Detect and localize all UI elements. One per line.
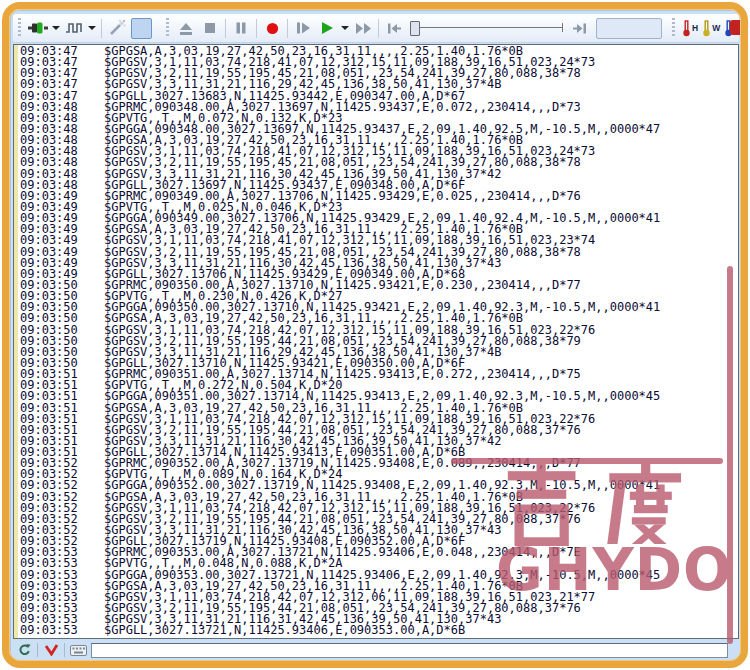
- toolbar-separator: [225, 19, 226, 38]
- toolbar-separator: [101, 19, 102, 38]
- log-time: 09:03:53: [20, 625, 104, 636]
- play-icon: [320, 21, 334, 35]
- eject-icon: [178, 21, 194, 36]
- clipped-red-icon[interactable]: [730, 20, 742, 35]
- baudrate-button[interactable]: [62, 16, 86, 40]
- nmea-console[interactable]: 09:03:47$GPGSA,A,3,03,19,27,42,50,23,16,…: [13, 44, 739, 639]
- pause-icon: [234, 21, 248, 35]
- autoconfig-button[interactable]: [105, 16, 129, 40]
- thermometer-hot-icon: [682, 20, 691, 37]
- validate-button[interactable]: [42, 642, 60, 658]
- warmstart-label: W: [712, 23, 720, 33]
- fast-forward-icon: [355, 22, 372, 35]
- toolbar-drag-handle[interactable]: [166, 18, 169, 38]
- fast-forward-button[interactable]: [351, 16, 375, 40]
- toolbar-drag-handle[interactable]: [18, 18, 21, 38]
- toolbar-separator: [256, 19, 257, 38]
- statusbar-separator: [37, 643, 38, 657]
- console-lines: 09:03:47$GPGSA,A,3,03,19,27,42,50,23,16,…: [20, 46, 738, 638]
- keyboard-button[interactable]: [69, 642, 87, 658]
- baudrate-dropdown-chevron[interactable]: [88, 26, 96, 30]
- skip-to-start-button[interactable]: [382, 16, 406, 40]
- square-wave-icon: [65, 21, 83, 35]
- warmstart-button[interactable]: W: [702, 17, 720, 39]
- empty-toggle-button[interactable]: [131, 18, 152, 39]
- hotstart-button[interactable]: H: [682, 17, 698, 39]
- slider-track: [412, 27, 562, 28]
- eject-button[interactable]: [174, 16, 198, 40]
- statusbar-separator: [64, 643, 65, 657]
- main-toolbar: H W C: [13, 14, 739, 43]
- slider-thumb[interactable]: [410, 21, 420, 36]
- magic-wand-icon: [108, 19, 126, 37]
- app-window: H W C 09:03:47$GPGSA,A,3,03,19,27,42,50,…: [10, 10, 742, 662]
- slider-end-tick: [562, 23, 563, 32]
- connect-button[interactable]: [26, 16, 50, 40]
- pause-button[interactable]: [229, 16, 253, 40]
- log-sentence: $GPGLL,3027.13721,N,11425.93406,E,090353…: [104, 625, 465, 636]
- play-dropdown-chevron[interactable]: [341, 26, 349, 30]
- toolbar-drag-handle[interactable]: [672, 18, 675, 38]
- refresh-icon: [18, 644, 31, 657]
- refresh-button[interactable]: [15, 642, 33, 658]
- skip-to-start-icon: [386, 22, 402, 35]
- play-button[interactable]: [315, 16, 339, 40]
- playback-file-combo[interactable]: [596, 18, 662, 39]
- stop-button[interactable]: [198, 16, 222, 40]
- status-bar: [15, 641, 738, 659]
- red-check-icon: [44, 644, 59, 656]
- command-input[interactable]: [91, 643, 728, 658]
- keyboard-icon: [70, 645, 87, 656]
- thermometer-warm-icon: [702, 20, 711, 37]
- step-forward-button[interactable]: [291, 16, 315, 40]
- hotstart-label: H: [692, 23, 698, 33]
- connect-dropdown-chevron[interactable]: [52, 26, 60, 30]
- skip-to-end-icon: [572, 22, 588, 35]
- console-left-margin: [14, 45, 18, 638]
- stop-icon: [203, 21, 217, 35]
- skip-to-end-button[interactable]: [568, 16, 592, 40]
- connect-plug-icon: [28, 19, 48, 37]
- playback-position-slider[interactable]: [408, 18, 566, 38]
- log-line: 09:03:53$GPGLL,3027.13721,N,11425.93406,…: [20, 625, 738, 636]
- toolbar-separator: [287, 19, 288, 38]
- toolbar-separator: [378, 19, 379, 38]
- record-button[interactable]: [260, 16, 284, 40]
- record-icon: [265, 21, 280, 36]
- step-forward-icon: [295, 21, 311, 35]
